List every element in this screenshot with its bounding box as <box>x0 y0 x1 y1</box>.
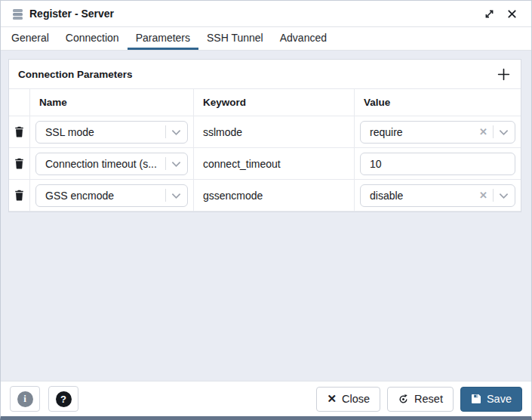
chevron-down-icon[interactable] <box>171 157 181 171</box>
dialog-tabs: General Connection Parameters SSH Tunnel… <box>1 27 531 51</box>
name-select-value: GSS encmode <box>45 190 165 202</box>
column-header-keyword: Keyword <box>194 89 355 116</box>
server-icon <box>11 8 24 20</box>
table-row-delete-cell <box>9 148 30 180</box>
tab-general[interactable]: General <box>3 27 57 50</box>
panel-header: Connection Parameters <box>9 60 521 89</box>
table-row-keyword-cell: connect_timeout <box>194 148 355 180</box>
close-button[interactable]: ✕ Close <box>316 387 380 412</box>
titlebar: Register - Server <box>1 1 531 27</box>
close-x-icon: ✕ <box>327 392 337 406</box>
delete-row-icon[interactable] <box>14 126 24 137</box>
add-parameter-button[interactable] <box>495 66 512 82</box>
name-select-value: SSL mode <box>45 126 165 138</box>
column-header-name: Name <box>30 89 194 116</box>
value-input[interactable] <box>360 153 515 175</box>
value-select[interactable]: require ✕ <box>360 121 515 144</box>
help-icon: ? <box>56 391 72 407</box>
name-select[interactable]: Connection timeout (s... <box>35 153 188 175</box>
reset-icon <box>398 394 409 405</box>
info-icon: i <box>17 391 33 407</box>
column-header-delete <box>9 89 30 116</box>
tab-advanced[interactable]: Advanced <box>272 27 335 50</box>
table-row-value-cell: require ✕ <box>355 116 521 148</box>
value-select[interactable]: disable ✕ <box>360 184 515 207</box>
connection-parameters-panel: Connection Parameters Name Keyword Value <box>8 59 521 212</box>
sql-info-button[interactable]: i <box>10 386 40 412</box>
chevron-down-icon[interactable] <box>171 189 181 202</box>
dialog-footer: i ? ✕ Close Reset <box>1 381 531 416</box>
name-select[interactable]: GSS encmode <box>35 184 188 207</box>
reset-button[interactable]: Reset <box>387 387 454 412</box>
table-row-value-cell <box>355 148 521 180</box>
parameters-table: Name Keyword Value SSL mode <box>9 89 521 212</box>
name-select-value: Connection timeout (s... <box>45 158 165 170</box>
clear-value-icon[interactable]: ✕ <box>479 190 487 201</box>
delete-row-icon[interactable] <box>14 190 24 201</box>
register-server-dialog: Register - Server General Connection Par… <box>0 0 532 420</box>
delete-row-icon[interactable] <box>14 158 24 169</box>
help-button[interactable]: ? <box>48 386 78 412</box>
value-select-value: require <box>370 126 479 138</box>
chevron-down-icon[interactable] <box>171 125 181 139</box>
tab-connection[interactable]: Connection <box>57 27 128 50</box>
table-row-name-cell: Connection timeout (s... <box>30 148 194 180</box>
table-row-keyword-cell: sslmode <box>194 116 355 148</box>
table-row-name-cell: SSL mode <box>30 116 194 148</box>
table-row-delete-cell <box>9 180 30 212</box>
value-select-value: disable <box>370 190 479 202</box>
dialog-title: Register - Server <box>29 8 114 20</box>
chevron-down-icon[interactable] <box>499 125 509 139</box>
table-row-value-cell: disable ✕ <box>355 180 521 212</box>
clear-value-icon[interactable]: ✕ <box>479 126 487 137</box>
save-icon <box>471 394 481 404</box>
column-header-value: Value <box>355 89 521 116</box>
close-icon[interactable] <box>503 5 520 22</box>
name-select[interactable]: SSL mode <box>35 121 188 144</box>
tab-parameters[interactable]: Parameters <box>128 27 198 50</box>
table-row-name-cell: GSS encmode <box>30 180 194 212</box>
tab-ssh-tunnel[interactable]: SSH Tunnel <box>198 27 272 50</box>
expand-icon[interactable] <box>481 5 497 22</box>
save-button[interactable]: Save <box>460 387 522 412</box>
table-row-keyword-cell: gssencmode <box>194 180 355 212</box>
panel-title: Connection Parameters <box>18 69 133 80</box>
parameters-tab-content: Connection Parameters Name Keyword Value <box>1 51 531 381</box>
chevron-down-icon[interactable] <box>499 189 509 202</box>
table-row-delete-cell <box>9 116 30 148</box>
